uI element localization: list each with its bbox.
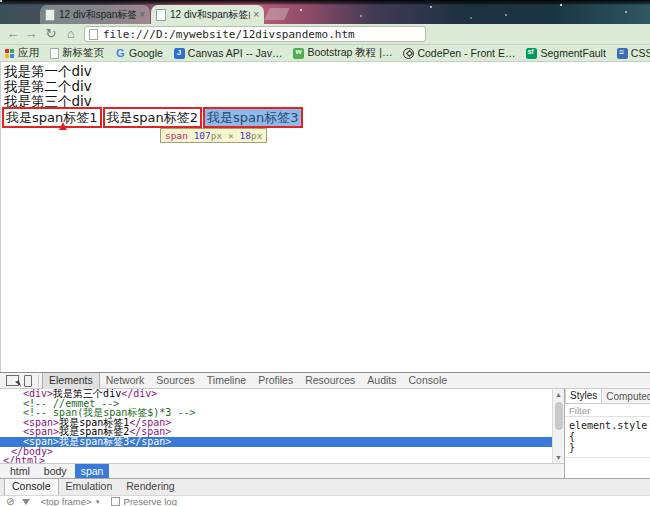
css-icon — [617, 48, 628, 59]
url-text[interactable]: file:///D:/mywebsite/12divspandemo.htm — [103, 28, 355, 41]
devtools-tab-elements[interactable]: Elements — [42, 373, 100, 389]
screenshot-root: { "theme": { "accent_selection_blue": "#… — [0, 0, 650, 506]
tooltip-tag: span — [165, 130, 188, 141]
sidebar-tab-bar: StylesComputedEv — [565, 389, 650, 404]
devtools-tab-profiles[interactable]: Profiles — [252, 373, 299, 389]
tooltip-width: 107 — [194, 130, 211, 141]
browser-tab[interactable]: 12 div和span标签的demo× — [151, 5, 264, 24]
dom-breadcrumb: htmlbodyspan — [0, 463, 564, 478]
rule-open-brace: { — [569, 431, 575, 442]
filter-icon[interactable] — [22, 499, 30, 505]
bookmark-label: Bootstrap 教程 |… — [307, 46, 392, 60]
page-icon — [89, 29, 98, 40]
page-icon — [156, 9, 166, 21]
scroll-down-icon[interactable]: ▼ — [553, 452, 564, 463]
chevron-down-icon: ▼ — [95, 499, 101, 505]
device-mode-icon[interactable] — [24, 375, 32, 387]
clear-console-icon[interactable]: ⊘ — [6, 496, 14, 506]
breadcrumb-html[interactable]: html — [4, 464, 36, 478]
element-style-rule[interactable]: element.style {} — [565, 417, 650, 458]
page-span-box: 我是span标签3 — [203, 107, 303, 128]
page-viewport: 我是第一个div 我是第二个div 我是第三个div 我是span标签1我是sp… — [0, 62, 650, 372]
page-icon — [45, 9, 55, 21]
devtools-tab-network[interactable]: Network — [100, 373, 151, 389]
canvas-j-icon — [174, 48, 185, 59]
frame-selector[interactable]: <top frame> — [40, 496, 91, 506]
theme-stars-decoration — [0, 0, 2, 2]
page-icon — [50, 48, 59, 59]
reload-icon[interactable]: ↻ — [43, 25, 59, 42]
devtools-drawer-tabs: ConsoleEmulationRendering — [0, 478, 650, 495]
bookmark-item[interactable]: Bootstrap 教程 |… — [293, 46, 392, 60]
tree-row[interactable]: </html> — [0, 456, 564, 463]
inspect-size-tooltip: span 107px × 18px — [160, 128, 267, 143]
bookmark-label: 应用 — [18, 46, 39, 60]
new-tab-button[interactable] — [264, 8, 289, 20]
preserve-log-checkbox[interactable] — [111, 497, 120, 506]
styles-filter-input[interactable]: Filter — [565, 404, 650, 417]
scroll-thumb[interactable] — [555, 402, 563, 430]
devtools-tab-audits[interactable]: Audits — [361, 373, 402, 389]
drawer-tab-rendering[interactable]: Rendering — [119, 479, 181, 495]
page-span-box: 我是span标签2 — [103, 107, 203, 128]
sidebar-tab-styles[interactable]: Styles — [565, 388, 602, 403]
bookmark-label: CSS Guidelines (2… — [631, 47, 650, 59]
address-bar[interactable]: file:///D:/mywebsite/12divspandemo.htm — [84, 26, 426, 42]
devtools-panel: ElementsNetworkSourcesTimelineProfilesRe… — [0, 372, 650, 506]
elements-scrollbar[interactable]: ▲ ▼ — [552, 389, 564, 463]
apps-grid-icon — [4, 48, 15, 59]
code-token: 我是span标签3 — [59, 436, 129, 447]
tab-close-icon[interactable]: × — [253, 10, 259, 20]
devtools-toolbar: ElementsNetworkSourcesTimelineProfilesRe… — [0, 373, 650, 389]
sidebar-tab-computed[interactable]: Computed — [602, 390, 650, 403]
codepen-icon — [403, 48, 414, 59]
w3school-icon — [293, 48, 304, 59]
bookmark-item[interactable]: 应用 — [4, 46, 39, 60]
tooltip-times: × — [228, 130, 234, 141]
drawer-tab-console[interactable]: Console — [4, 479, 59, 495]
bookmark-item[interactable]: CSS Guidelines (2… — [617, 47, 650, 59]
tree-row[interactable]: <span>我是span标签3</span> — [0, 437, 564, 447]
devtools-tab-bar: ElementsNetworkSourcesTimelineProfilesRe… — [42, 373, 453, 389]
bookmark-item[interactable]: CodePen - Front E… — [403, 47, 515, 59]
bookmark-label: 新标签页 — [62, 46, 104, 60]
tab-title: 12 div和span标签的demo — [59, 8, 136, 22]
code-token: </span> — [129, 436, 171, 447]
styles-sidebar: StylesComputedEv Filter element.style {} — [564, 389, 650, 478]
browser-tab[interactable]: 12 div和span标签的demo× — [40, 5, 150, 24]
devtools-tab-console[interactable]: Console — [403, 373, 454, 389]
code-token: </html> — [3, 455, 45, 463]
breadcrumb-body[interactable]: body — [38, 464, 73, 478]
bookmark-label: Canvas API -- Jav… — [188, 47, 283, 59]
tab-close-icon[interactable]: × — [139, 10, 145, 20]
devtools-tab-sources[interactable]: Sources — [150, 373, 201, 389]
rule-close-brace: } — [569, 442, 575, 453]
bookmark-item[interactable]: Canvas API -- Jav… — [174, 47, 283, 59]
segmentfault-icon — [526, 48, 537, 59]
preserve-log-label: Preserve log — [124, 496, 177, 506]
devtools-tab-timeline[interactable]: Timeline — [201, 373, 252, 389]
console-toolbar: ⊘ <top frame> ▼ Preserve log — [0, 495, 650, 506]
inspect-element-icon[interactable] — [6, 375, 19, 386]
elements-tree: <div>我是第三个div</div><!-- //emmet --><!-- … — [0, 389, 564, 463]
nav-toolbar: ← → ↻ ⌂ file:///D:/mywebsite/12divspande… — [0, 24, 650, 45]
span-row: 我是span标签1我是span标签2我是span标签3 — [2, 107, 304, 128]
devtools-tab-resources[interactable]: Resources — [299, 373, 361, 389]
bookmark-item[interactable]: SegmentFault — [526, 47, 605, 59]
tooltip-unit: px — [251, 130, 262, 141]
breadcrumb-span[interactable]: span — [75, 464, 110, 478]
bookmarks-bar: 应用新标签页GoogleCanvas API -- Jav…Bootstrap … — [0, 45, 650, 62]
home-icon[interactable]: ⌂ — [63, 25, 79, 42]
tooltip-height: 18 — [239, 130, 250, 141]
tooltip-unit: px — [211, 130, 222, 141]
drawer-tab-emulation[interactable]: Emulation — [59, 479, 120, 495]
bookmark-item[interactable]: Google — [115, 47, 163, 59]
bookmark-item[interactable]: 新标签页 — [50, 46, 104, 60]
elements-pane: <div>我是第三个div</div><!-- //emmet --><!-- … — [0, 389, 564, 478]
page-span-box: 我是span标签1 — [2, 107, 102, 128]
tree-row[interactable]: </body> — [0, 447, 564, 457]
forward-icon[interactable]: → — [23, 25, 39, 42]
back-icon[interactable]: ← — [5, 25, 21, 42]
rule-selector: element.style — [569, 420, 647, 431]
scroll-up-icon[interactable]: ▲ — [553, 389, 564, 400]
